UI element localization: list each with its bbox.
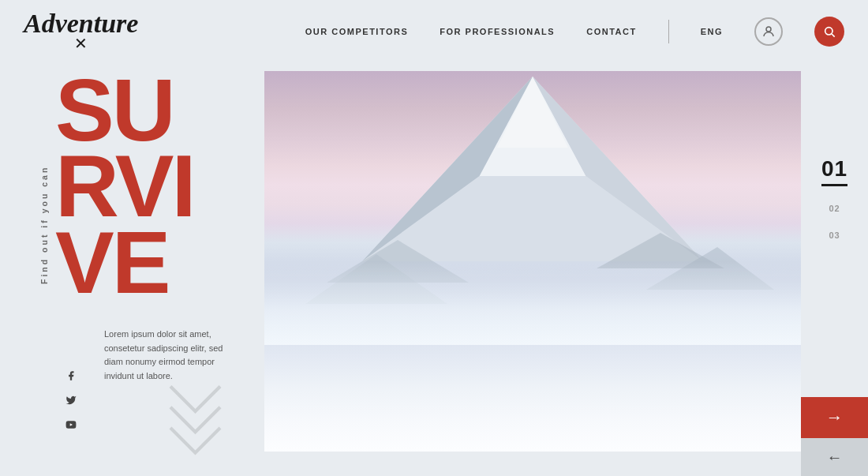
next-arrow-button[interactable]: → bbox=[801, 397, 868, 438]
nav-divider bbox=[668, 20, 669, 43]
facebook-icon[interactable] bbox=[63, 370, 79, 384]
page-1[interactable]: 01 bbox=[821, 158, 847, 186]
down-arrow-decoration bbox=[154, 378, 237, 464]
pagination: 01 02 03 bbox=[801, 158, 868, 240]
logo-text: Adventure bbox=[24, 10, 138, 37]
hero-title-block: SU RVI VE bbox=[55, 73, 194, 301]
main-image bbox=[264, 71, 801, 452]
hero-left: Find out if you can SU RVI VE bbox=[39, 79, 194, 301]
header: Adventure ✕ OUR COMPETITORS FOR PROFESSI… bbox=[0, 0, 868, 63]
page-2[interactable]: 02 bbox=[829, 204, 840, 213]
main-nav: OUR COMPETITORS FOR PROFESSIONALS CONTAC… bbox=[305, 17, 844, 47]
search-icon[interactable] bbox=[814, 17, 844, 47]
page-3[interactable]: 03 bbox=[829, 231, 840, 240]
nav-arrows: → ← bbox=[801, 397, 868, 476]
svg-point-1 bbox=[825, 28, 832, 35]
next-arrow-icon: → bbox=[826, 407, 844, 428]
svg-point-0 bbox=[766, 27, 771, 32]
svg-line-2 bbox=[832, 34, 835, 37]
hero-description: Lorem ipsum dolor sit amet, consetetur s… bbox=[104, 328, 242, 383]
logo[interactable]: Adventure ✕ bbox=[24, 10, 138, 53]
mist-overlay bbox=[264, 261, 801, 345]
prev-arrow-icon: ← bbox=[827, 448, 843, 467]
social-icons bbox=[63, 370, 79, 433]
user-icon[interactable] bbox=[754, 17, 783, 46]
nav-item-professionals[interactable]: FOR PROFESSIONALS bbox=[440, 27, 555, 36]
nav-item-competitors[interactable]: OUR COMPETITORS bbox=[305, 27, 408, 36]
nav-language[interactable]: ENG bbox=[701, 27, 723, 36]
logo-scissors-icon: ✕ bbox=[74, 34, 88, 53]
nav-item-contact[interactable]: CONTACT bbox=[586, 27, 636, 36]
prev-arrow-button[interactable]: ← bbox=[801, 438, 868, 476]
title-line3: VE bbox=[55, 225, 194, 301]
vertical-text: Find out if you can bbox=[39, 79, 49, 284]
twitter-icon[interactable] bbox=[63, 395, 79, 408]
youtube-icon[interactable] bbox=[63, 419, 79, 433]
hero-title: SU RVI VE bbox=[55, 73, 194, 301]
